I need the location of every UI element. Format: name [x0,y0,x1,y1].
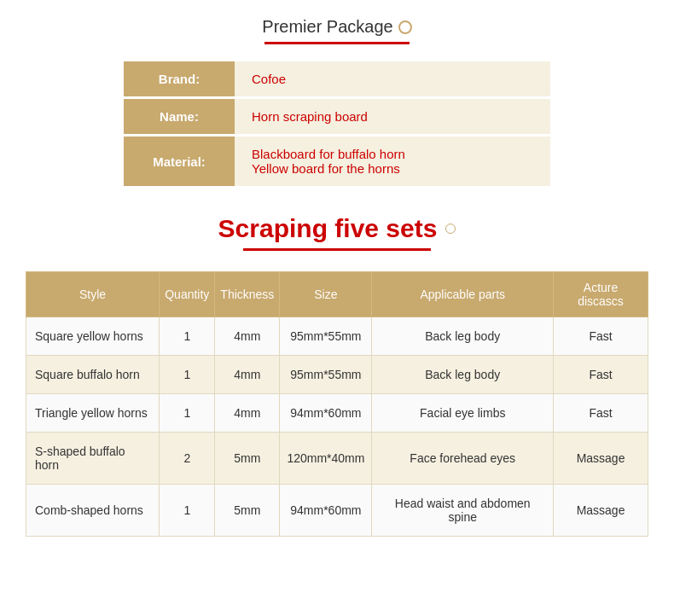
page-wrapper: Premier Package Brand:CofoeName:Horn scr… [0,0,674,554]
table-cell: Fast [554,317,648,356]
scraping-section: Scraping five sets [26,214,648,251]
info-row: Name:Horn scraping board [124,98,550,136]
table-cell: Square buffalo horn [26,356,160,394]
table-cell: 120mm*40mm [280,433,372,485]
table-cell: 2 [160,433,215,485]
table-header-row: StyleQuantityThicknessSizeApplicable par… [26,272,648,317]
table-cell: Face forehead eyes [372,433,554,485]
table-header-cell: Size [280,272,372,317]
table-cell: Square yellow horns [26,317,160,356]
circle-decoration-icon [398,20,412,34]
table-cell: 4mm [215,317,280,356]
table-cell: Comb-shaped horns [26,485,160,537]
product-table: StyleQuantityThicknessSizeApplicable par… [26,271,648,537]
table-cell: S-shaped buffalo horn [26,433,160,485]
table-cell: Head waist and abdomen spine [372,485,554,537]
table-header-cell: Applicable parts [372,272,554,317]
scraping-title-text: Scraping five sets [218,214,438,243]
table-cell: 1 [160,317,215,356]
table-cell: 94mm*60mm [280,394,372,433]
table-cell: Massage [554,485,648,537]
info-label: Name: [124,98,235,136]
table-row: Square buffalo horn14mm95mm*55mmBack leg… [26,356,648,394]
table-cell: Massage [554,433,648,485]
info-value: Blackboard for buffalo hornYellow board … [235,136,550,188]
table-header-cell: Thickness [215,272,280,317]
info-label: Material: [124,136,235,188]
table-cell: 95mm*55mm [280,317,372,356]
info-label: Brand: [124,61,235,98]
table-row: Comb-shaped horns15mm94mm*60mmHead waist… [26,485,648,537]
table-cell: Back leg body [372,317,554,356]
table-cell: 4mm [215,394,280,433]
table-cell: 94mm*60mm [280,485,372,537]
info-row: Material:Blackboard for buffalo hornYell… [124,136,550,188]
premier-title-text: Premier Package [262,17,392,37]
info-row: Brand:Cofoe [124,61,550,98]
premier-section: Premier Package [26,17,648,44]
circle-decoration-sm-icon [445,224,456,234]
table-cell: 5mm [215,433,280,485]
table-cell: 95mm*55mm [280,356,372,394]
table-cell: 1 [160,394,215,433]
info-table: Brand:CofoeName:Horn scraping boardMater… [124,61,550,189]
table-cell: Facial eye limbs [372,394,554,433]
table-cell: 4mm [215,356,280,394]
table-row: S-shaped buffalo horn25mm120mm*40mmFace … [26,433,648,485]
premier-title: Premier Package [26,17,648,37]
table-row: Square yellow horns14mm95mm*55mmBack leg… [26,317,648,356]
premier-underline [264,42,410,44]
table-header-cell: Quantity [160,272,215,317]
scraping-underline [243,248,431,251]
table-header-cell: Style [26,272,160,317]
table-cell: 1 [160,485,215,537]
info-value: Horn scraping board [235,98,550,136]
table-cell: Back leg body [372,356,554,394]
table-cell: 1 [160,356,215,394]
table-cell: Fast [554,356,648,394]
table-row: Triangle yellow horns14mm94mm*60mmFacial… [26,394,648,433]
table-header-cell: Acture discascs [554,272,648,317]
table-cell: 5mm [215,485,280,537]
table-cell: Triangle yellow horns [26,394,160,433]
table-cell: Fast [554,394,648,433]
info-value: Cofoe [235,61,550,98]
scraping-title: Scraping five sets [26,214,648,243]
